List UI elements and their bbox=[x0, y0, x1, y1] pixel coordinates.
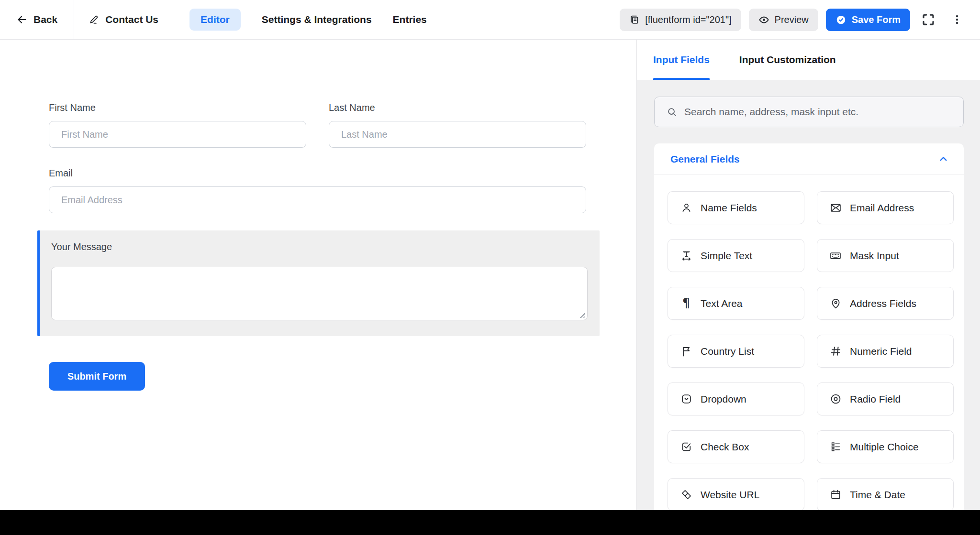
email-label: Email bbox=[49, 168, 586, 179]
field-type-check-box[interactable]: Check Box bbox=[668, 430, 804, 463]
field-type-text-area[interactable]: ¶ Text Area bbox=[668, 287, 804, 320]
form-builder-window: Back Contact Us Editor Settings & Integr… bbox=[0, 0, 980, 535]
kebab-menu-icon bbox=[951, 13, 963, 26]
email-field-row: Email bbox=[49, 168, 636, 213]
field-type-multiple-choice[interactable]: Multiple Choice bbox=[817, 430, 954, 463]
message-field-selected[interactable]: Your Message bbox=[37, 230, 600, 336]
message-textarea[interactable] bbox=[51, 267, 588, 320]
link-diamonds-icon bbox=[680, 489, 692, 501]
main-area: First Name Last Name Email Your Message bbox=[0, 40, 980, 510]
tab-editor[interactable]: Editor bbox=[189, 9, 241, 31]
general-fields-header[interactable]: General Fields bbox=[654, 143, 964, 175]
keyboard-icon bbox=[829, 250, 842, 262]
check-circle-icon bbox=[835, 14, 846, 25]
chevron-up-icon[interactable] bbox=[937, 153, 949, 165]
sidebar-panel: Input Fields Input Customization General… bbox=[636, 40, 980, 510]
tab-input-customization[interactable]: Input Customization bbox=[739, 40, 836, 80]
field-type-dropdown[interactable]: Dropdown bbox=[668, 382, 804, 415]
message-label: Your Message bbox=[51, 241, 588, 252]
panel-tabs: Input Fields Input Customization bbox=[637, 40, 980, 80]
first-name-label: First Name bbox=[49, 102, 306, 113]
text-width-icon bbox=[680, 250, 692, 262]
top-bar-actions: [fluentform id="201"] Preview Save Form bbox=[620, 0, 980, 39]
copy-icon bbox=[629, 14, 640, 25]
panel-body: General Fields Name Fields bbox=[637, 80, 980, 510]
email-field[interactable]: Email bbox=[49, 168, 586, 213]
email-input[interactable] bbox=[49, 186, 586, 213]
checkbox-icon bbox=[680, 441, 692, 453]
fullscreen-icon bbox=[921, 12, 935, 27]
fullscreen-button[interactable] bbox=[918, 9, 939, 30]
field-type-mask-input[interactable]: Mask Input bbox=[817, 239, 954, 272]
map-pin-icon bbox=[829, 297, 842, 310]
field-type-numeric-field[interactable]: Numeric Field bbox=[817, 335, 954, 368]
field-type-country-list[interactable]: Country List bbox=[668, 335, 804, 368]
back-button[interactable]: Back bbox=[0, 0, 74, 39]
field-type-email-address[interactable]: Email Address bbox=[817, 191, 954, 224]
save-form-label: Save Form bbox=[852, 14, 901, 25]
radio-icon bbox=[829, 393, 842, 405]
form-title: Contact Us bbox=[105, 14, 158, 25]
section-title: General Fields bbox=[670, 153, 740, 165]
shortcode-copy-button[interactable]: [fluentform id="201"] bbox=[620, 9, 741, 31]
field-type-name-fields[interactable]: Name Fields bbox=[668, 191, 804, 224]
editor-tabs: Editor Settings & Integrations Entries bbox=[189, 0, 427, 39]
field-type-website-url[interactable]: Website URL bbox=[668, 478, 804, 510]
calendar-icon bbox=[829, 489, 842, 501]
top-bar: Back Contact Us Editor Settings & Integr… bbox=[0, 0, 980, 40]
user-icon bbox=[680, 202, 692, 214]
form-canvas: First Name Last Name Email Your Message bbox=[0, 40, 636, 510]
last-name-field[interactable]: Last Name bbox=[329, 102, 586, 148]
shortcode-text: [fluentform id="201"] bbox=[645, 14, 731, 25]
flag-icon bbox=[680, 345, 692, 358]
form-title-button[interactable]: Contact Us bbox=[74, 0, 173, 39]
hash-icon bbox=[829, 345, 842, 358]
field-type-radio-field[interactable]: Radio Field bbox=[817, 382, 954, 415]
search-icon bbox=[667, 107, 678, 118]
dropdown-icon bbox=[680, 393, 692, 405]
search-input[interactable] bbox=[684, 106, 951, 118]
tab-entries[interactable]: Entries bbox=[393, 14, 427, 25]
name-fields-row: First Name Last Name bbox=[49, 102, 636, 148]
field-type-address-fields[interactable]: Address Fields bbox=[817, 287, 954, 320]
tab-input-fields[interactable]: Input Fields bbox=[653, 40, 710, 80]
field-search[interactable] bbox=[654, 97, 964, 127]
submit-form-button[interactable]: Submit Form bbox=[49, 362, 145, 391]
tab-settings-integrations[interactable]: Settings & Integrations bbox=[262, 14, 372, 25]
multiple-choice-icon bbox=[829, 441, 842, 453]
arrow-left-icon bbox=[16, 14, 28, 25]
eye-icon bbox=[758, 14, 769, 25]
first-name-field[interactable]: First Name bbox=[49, 102, 306, 148]
field-type-time-date[interactable]: Time & Date bbox=[817, 478, 954, 510]
save-form-button[interactable]: Save Form bbox=[826, 9, 910, 31]
preview-label: Preview bbox=[775, 14, 809, 25]
envelope-icon bbox=[829, 202, 842, 214]
general-fields-section: General Fields Name Fields bbox=[654, 143, 964, 510]
back-label: Back bbox=[33, 14, 57, 25]
more-options-button[interactable] bbox=[947, 9, 968, 30]
preview-button[interactable]: Preview bbox=[749, 9, 818, 31]
last-name-label: Last Name bbox=[329, 102, 586, 113]
bottom-black-bar bbox=[0, 510, 980, 535]
field-type-grid: Name Fields Email Address bbox=[654, 175, 964, 510]
field-type-simple-text[interactable]: Simple Text bbox=[668, 239, 804, 272]
first-name-input[interactable] bbox=[49, 121, 306, 148]
last-name-input[interactable] bbox=[329, 121, 586, 148]
pencil-icon bbox=[89, 14, 100, 25]
pilcrow-icon: ¶ bbox=[680, 297, 692, 310]
